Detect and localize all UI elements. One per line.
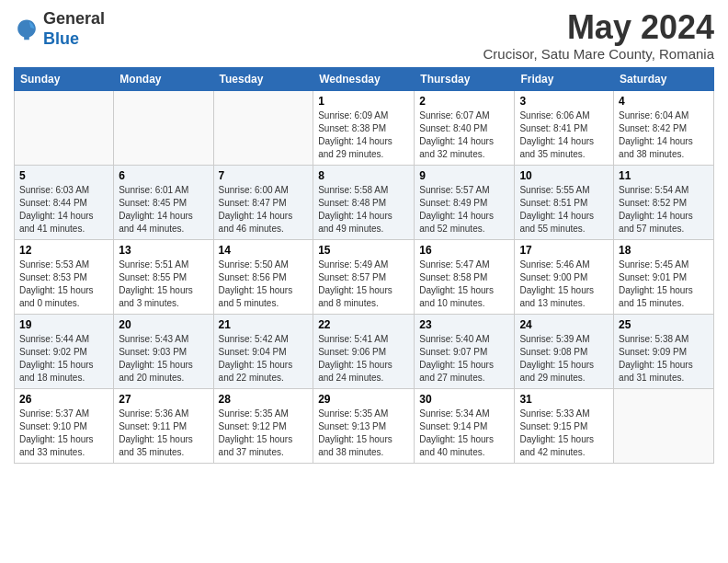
day-info: Sunrise: 6:09 AM Sunset: 8:38 PM Dayligh…	[318, 109, 409, 161]
calendar-cell	[114, 90, 213, 165]
day-number: 1	[318, 95, 409, 108]
day-info: Sunrise: 5:54 AM Sunset: 8:52 PM Dayligh…	[619, 184, 709, 236]
day-number: 26	[19, 393, 108, 406]
day-info: Sunrise: 5:45 AM Sunset: 9:01 PM Dayligh…	[619, 259, 709, 310]
day-number: 18	[619, 244, 709, 257]
calendar-cell: 5Sunrise: 6:03 AM Sunset: 8:44 PM Daylig…	[15, 165, 114, 239]
day-info: Sunrise: 5:35 AM Sunset: 9:12 PM Dayligh…	[219, 408, 309, 459]
weekday-header-tuesday: Tuesday	[213, 67, 313, 90]
day-info: Sunrise: 6:04 AM Sunset: 8:42 PM Dayligh…	[619, 109, 709, 161]
calendar-cell: 13Sunrise: 5:51 AM Sunset: 8:55 PM Dayli…	[114, 239, 213, 314]
calendar-cell: 4Sunrise: 6:04 AM Sunset: 8:42 PM Daylig…	[614, 90, 714, 165]
calendar-cell: 9Sunrise: 5:57 AM Sunset: 8:49 PM Daylig…	[415, 165, 515, 239]
day-number: 23	[419, 318, 509, 331]
calendar-cell	[614, 388, 714, 463]
calendar-body: 1Sunrise: 6:09 AM Sunset: 8:38 PM Daylig…	[15, 90, 714, 463]
title-block: May 2024 Crucisor, Satu Mare County, Rom…	[483, 9, 715, 62]
calendar-week-row: 19Sunrise: 5:44 AM Sunset: 9:02 PM Dayli…	[15, 314, 714, 388]
calendar-cell: 21Sunrise: 5:42 AM Sunset: 9:04 PM Dayli…	[213, 314, 313, 388]
calendar-week-row: 5Sunrise: 6:03 AM Sunset: 8:44 PM Daylig…	[15, 165, 714, 239]
day-number: 5	[19, 169, 108, 182]
calendar-cell: 31Sunrise: 5:33 AM Sunset: 9:15 PM Dayli…	[515, 388, 614, 463]
day-info: Sunrise: 5:35 AM Sunset: 9:13 PM Dayligh…	[318, 408, 409, 459]
calendar-cell: 29Sunrise: 5:35 AM Sunset: 9:13 PM Dayli…	[313, 388, 415, 463]
calendar-cell: 7Sunrise: 6:00 AM Sunset: 8:47 PM Daylig…	[213, 165, 313, 239]
weekday-header-friday: Friday	[515, 67, 614, 90]
calendar-week-row: 26Sunrise: 5:37 AM Sunset: 9:10 PM Dayli…	[15, 388, 714, 463]
weekday-header-saturday: Saturday	[614, 67, 714, 90]
calendar-cell: 14Sunrise: 5:50 AM Sunset: 8:56 PM Dayli…	[213, 239, 313, 314]
day-number: 2	[419, 95, 509, 108]
day-number: 8	[318, 169, 409, 182]
calendar-cell: 16Sunrise: 5:47 AM Sunset: 8:58 PM Dayli…	[415, 239, 515, 314]
day-info: Sunrise: 6:00 AM Sunset: 8:47 PM Dayligh…	[219, 184, 309, 236]
day-info: Sunrise: 5:37 AM Sunset: 9:10 PM Dayligh…	[19, 408, 108, 459]
calendar-cell: 15Sunrise: 5:49 AM Sunset: 8:57 PM Dayli…	[313, 239, 415, 314]
day-number: 3	[519, 95, 609, 108]
weekday-header-monday: Monday	[114, 67, 213, 90]
day-number: 21	[219, 318, 309, 331]
calendar-cell: 10Sunrise: 5:55 AM Sunset: 8:51 PM Dayli…	[515, 165, 614, 239]
day-info: Sunrise: 5:47 AM Sunset: 8:58 PM Dayligh…	[419, 259, 509, 310]
day-number: 28	[219, 393, 309, 406]
calendar-cell: 26Sunrise: 5:37 AM Sunset: 9:10 PM Dayli…	[15, 388, 114, 463]
day-info: Sunrise: 5:46 AM Sunset: 9:00 PM Dayligh…	[519, 259, 609, 310]
day-info: Sunrise: 5:57 AM Sunset: 8:49 PM Dayligh…	[419, 184, 509, 236]
day-number: 12	[19, 244, 108, 257]
day-info: Sunrise: 5:42 AM Sunset: 9:04 PM Dayligh…	[219, 333, 309, 385]
day-number: 6	[119, 169, 208, 182]
day-info: Sunrise: 6:06 AM Sunset: 8:41 PM Dayligh…	[519, 109, 609, 161]
day-info: Sunrise: 5:38 AM Sunset: 9:09 PM Dayligh…	[619, 333, 709, 385]
day-number: 13	[119, 244, 208, 257]
day-number: 20	[119, 318, 208, 331]
day-info: Sunrise: 5:55 AM Sunset: 8:51 PM Dayligh…	[519, 184, 609, 236]
logo-icon	[14, 17, 40, 42]
day-info: Sunrise: 5:49 AM Sunset: 8:57 PM Dayligh…	[318, 259, 409, 310]
month-title: May 2024	[483, 9, 715, 46]
calendar-cell: 23Sunrise: 5:40 AM Sunset: 9:07 PM Dayli…	[415, 314, 515, 388]
calendar-cell: 19Sunrise: 5:44 AM Sunset: 9:02 PM Dayli…	[15, 314, 114, 388]
calendar-cell: 20Sunrise: 5:43 AM Sunset: 9:03 PM Dayli…	[114, 314, 213, 388]
calendar-cell: 25Sunrise: 5:38 AM Sunset: 9:09 PM Dayli…	[614, 314, 714, 388]
day-info: Sunrise: 5:53 AM Sunset: 8:53 PM Dayligh…	[19, 259, 108, 310]
day-info: Sunrise: 6:01 AM Sunset: 8:45 PM Dayligh…	[119, 184, 208, 236]
calendar-cell: 8Sunrise: 5:58 AM Sunset: 8:48 PM Daylig…	[313, 165, 415, 239]
calendar-cell	[213, 90, 313, 165]
calendar-table: SundayMondayTuesdayWednesdayThursdayFrid…	[14, 67, 714, 464]
weekday-header-wednesday: Wednesday	[313, 67, 415, 90]
calendar-cell: 17Sunrise: 5:46 AM Sunset: 9:00 PM Dayli…	[515, 239, 614, 314]
calendar-week-row: 12Sunrise: 5:53 AM Sunset: 8:53 PM Dayli…	[15, 239, 714, 314]
day-info: Sunrise: 5:34 AM Sunset: 9:14 PM Dayligh…	[419, 408, 509, 459]
day-info: Sunrise: 5:58 AM Sunset: 8:48 PM Dayligh…	[318, 184, 409, 236]
day-info: Sunrise: 5:40 AM Sunset: 9:07 PM Dayligh…	[419, 333, 509, 385]
calendar-cell: 28Sunrise: 5:35 AM Sunset: 9:12 PM Dayli…	[213, 388, 313, 463]
day-number: 27	[119, 393, 208, 406]
day-number: 11	[619, 169, 709, 182]
day-info: Sunrise: 5:33 AM Sunset: 9:15 PM Dayligh…	[519, 408, 609, 459]
day-number: 4	[619, 95, 709, 108]
day-info: Sunrise: 5:43 AM Sunset: 9:03 PM Dayligh…	[119, 333, 208, 385]
calendar-cell: 3Sunrise: 6:06 AM Sunset: 8:41 PM Daylig…	[515, 90, 614, 165]
logo-text: General Blue	[43, 9, 105, 49]
calendar-cell: 1Sunrise: 6:09 AM Sunset: 8:38 PM Daylig…	[313, 90, 415, 165]
day-number: 29	[318, 393, 409, 406]
day-number: 19	[19, 318, 108, 331]
calendar-cell: 24Sunrise: 5:39 AM Sunset: 9:08 PM Dayli…	[515, 314, 614, 388]
calendar-cell: 6Sunrise: 6:01 AM Sunset: 8:45 PM Daylig…	[114, 165, 213, 239]
day-number: 7	[219, 169, 309, 182]
day-number: 24	[519, 318, 609, 331]
day-info: Sunrise: 5:51 AM Sunset: 8:55 PM Dayligh…	[119, 259, 208, 310]
calendar-cell	[15, 90, 114, 165]
calendar-cell: 12Sunrise: 5:53 AM Sunset: 8:53 PM Dayli…	[15, 239, 114, 314]
day-number: 14	[219, 244, 309, 257]
day-info: Sunrise: 5:44 AM Sunset: 9:02 PM Dayligh…	[19, 333, 108, 385]
calendar-cell: 18Sunrise: 5:45 AM Sunset: 9:01 PM Dayli…	[614, 239, 714, 314]
day-info: Sunrise: 5:39 AM Sunset: 9:08 PM Dayligh…	[519, 333, 609, 385]
subtitle: Crucisor, Satu Mare County, Romania	[483, 46, 715, 62]
calendar-cell: 27Sunrise: 5:36 AM Sunset: 9:11 PM Dayli…	[114, 388, 213, 463]
day-info: Sunrise: 5:50 AM Sunset: 8:56 PM Dayligh…	[219, 259, 309, 310]
calendar-header-row: SundayMondayTuesdayWednesdayThursdayFrid…	[15, 67, 714, 90]
day-number: 9	[419, 169, 509, 182]
day-info: Sunrise: 5:36 AM Sunset: 9:11 PM Dayligh…	[119, 408, 208, 459]
day-number: 22	[318, 318, 409, 331]
